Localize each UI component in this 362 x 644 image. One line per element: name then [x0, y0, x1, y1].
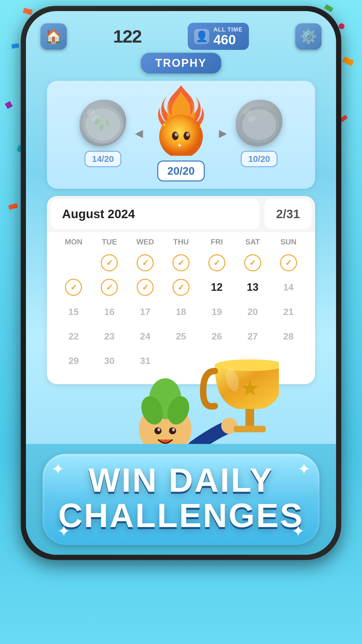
- calendar-week-1: ✓✓✓✓121314: [56, 276, 306, 299]
- phone-frame: 🏠 122 👤 ALL TIME 460 ⚙️ T: [21, 6, 341, 560]
- rock-char-left: [80, 100, 126, 146]
- calendar-cell: ✓: [235, 251, 270, 274]
- calendar-cell: 15: [56, 300, 92, 323]
- score-display: 122: [113, 26, 141, 47]
- svg-rect-30: [245, 409, 254, 426]
- svg-point-10: [186, 133, 189, 136]
- character-carousel: 14/20 ◀: [47, 81, 315, 189]
- day-sun: SUN: [270, 235, 306, 249]
- calendar-cell: [163, 349, 199, 372]
- sparkle-topright: ✦: [297, 460, 311, 478]
- alltime-text-group: ALL TIME 460: [213, 26, 242, 46]
- calendar-cell: 30: [92, 349, 127, 372]
- calendar-cell: ✓: [127, 276, 163, 299]
- svg-point-16: [242, 109, 276, 140]
- carousel-next-button[interactable]: ▶: [216, 124, 230, 142]
- calendar-cell: 26: [199, 325, 235, 348]
- calendar-progress: 2/31: [264, 199, 312, 229]
- day-fri: FRI: [199, 235, 235, 249]
- calendar-cell: 22: [56, 325, 92, 348]
- confetti: [5, 101, 13, 109]
- calendar-weeks: ✓✓✓✓✓✓✓✓✓✓121314151617181920212223242526…: [56, 251, 306, 372]
- svg-point-27: [172, 428, 175, 431]
- day-mon: MON: [56, 235, 92, 249]
- left-char-score: 14/20: [85, 151, 121, 167]
- svg-point-23: [164, 393, 193, 428]
- calendar-cell: [235, 349, 270, 372]
- calendar-month: August 2024: [50, 199, 260, 229]
- calendar-week-3: 22232425262728: [56, 325, 306, 348]
- calendar-cell: 20: [235, 300, 270, 323]
- svg-text:✦: ✦: [199, 125, 203, 130]
- confetti: [8, 203, 18, 210]
- phone-screen: 🏠 122 👤 ALL TIME 460 ⚙️ T: [26, 11, 336, 555]
- check-circle: ✓: [137, 254, 154, 271]
- calendar-header: August 2024 2/31: [47, 196, 315, 232]
- calendar-cell: 14: [270, 276, 306, 299]
- calendar-week-2: 15161718192021: [56, 300, 306, 323]
- carousel-prev-button[interactable]: ◀: [132, 124, 146, 142]
- rock-char-right: [236, 100, 282, 146]
- calendar-grid: MON TUE WED THU FRI SAT SUN ✓✓✓✓✓✓✓✓✓✓12…: [47, 232, 315, 375]
- bottom-section: ✦ ✦ WIN DAILY CHALLENGES ✦ ✦: [26, 444, 336, 555]
- calendar-cell: 24: [127, 325, 163, 348]
- calendar-cell: [56, 251, 92, 274]
- win-text-line2: CHALLENGES: [57, 498, 305, 533]
- center-char-score: 20/20: [157, 161, 205, 182]
- day-wed: WED: [127, 235, 163, 249]
- confetti: [342, 57, 354, 66]
- svg-rect-31: [234, 426, 266, 432]
- win-banner: ✦ ✦ WIN DAILY CHALLENGES ✦ ✦: [43, 454, 319, 545]
- gear-icon: ⚙️: [300, 28, 317, 45]
- day-sat: SAT: [235, 235, 270, 249]
- home-button[interactable]: 🏠: [41, 23, 67, 50]
- check-circle: ✓: [280, 254, 297, 271]
- calendar-cell: ✓: [163, 251, 199, 274]
- calendar-cell: 31: [127, 349, 163, 372]
- calendar-cell: 18: [163, 300, 199, 323]
- sparkle-bottomright: ✦: [291, 522, 305, 540]
- calendar-cell: ✓: [92, 276, 127, 299]
- calendar-cell: ✓: [127, 251, 163, 274]
- svg-point-21: [149, 378, 181, 419]
- calendar-cell: ✓: [56, 276, 92, 299]
- win-text-line1: WIN DAILY: [57, 463, 305, 498]
- calendar-cell: ✓: [92, 251, 127, 274]
- calendar-cell: [199, 349, 235, 372]
- svg-point-1: [85, 108, 120, 141]
- app-header: 🏠 122 👤 ALL TIME 460 ⚙️: [26, 11, 336, 56]
- carousel-center-item: ✦ ✦ ✦ ✦ 20/20: [149, 85, 213, 181]
- settings-button[interactable]: ⚙️: [295, 23, 321, 50]
- svg-point-25: [169, 427, 176, 434]
- page-wrapper: 🏠 122 👤 ALL TIME 460 ⚙️ T: [0, 0, 362, 644]
- calendar-cell: ✓: [163, 276, 199, 299]
- svg-point-22: [138, 393, 167, 428]
- check-circle: ✓: [244, 254, 261, 271]
- check-circle: ✓: [101, 279, 118, 296]
- check-circle: ✓: [101, 254, 118, 271]
- svg-text:✦: ✦: [162, 122, 167, 128]
- svg-text:✦: ✦: [177, 141, 182, 149]
- alltime-avatar: 👤: [194, 29, 209, 44]
- svg-point-26: [157, 428, 160, 431]
- calendar-cell: 28: [270, 325, 306, 348]
- calendar-cell: ✓: [270, 251, 306, 274]
- carousel-right-item: 10/20: [236, 100, 282, 167]
- calendar-cell: 21: [270, 300, 306, 323]
- calendar-cell: 17: [127, 300, 163, 323]
- calendar-cell: 27: [235, 325, 270, 348]
- calendar-days-header: MON TUE WED THU FRI SAT SUN: [56, 235, 306, 249]
- fire-character: ✦ ✦ ✦ ✦: [149, 85, 213, 156]
- right-char-score: 10/20: [241, 151, 277, 167]
- alltime-value: 460: [213, 33, 242, 46]
- home-icon: 🏠: [45, 28, 62, 45]
- check-circle: ✓: [65, 279, 82, 296]
- calendar-cell: 12: [199, 276, 235, 299]
- svg-point-24: [154, 427, 161, 434]
- person-icon: 👤: [195, 30, 208, 43]
- calendar-cell: 16: [92, 300, 127, 323]
- check-circle: ✓: [173, 279, 189, 296]
- check-circle: ✓: [173, 254, 189, 271]
- carousel-left-item: 14/20: [80, 100, 126, 167]
- calendar-cell: [270, 349, 306, 372]
